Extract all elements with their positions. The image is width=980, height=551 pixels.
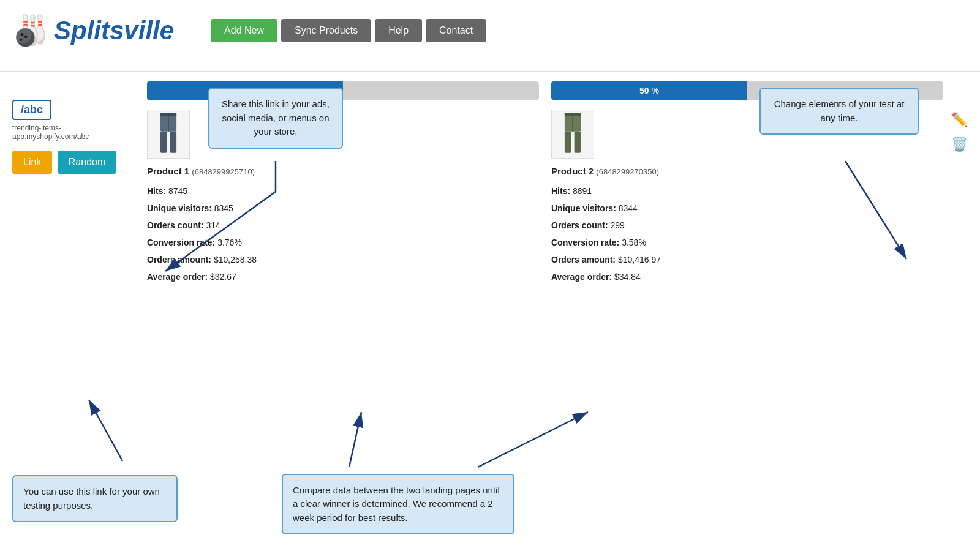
logo-text: Splitsville [54,16,174,45]
product-1-column: 50 % Product 1 (6848299925710) Hits: 874… [147,81,539,285]
left-panel: /abc trending-items-app.myshopify.com/ab… [12,100,135,174]
product-1-title: Product 1 (6848299925710) [147,166,539,176]
header: 🎳 Splitsville Add New Sync Products Help… [0,0,980,61]
svg-rect-4 [160,113,176,116]
abc-badge: /abc [12,100,51,120]
nav-buttons: Add New Sync Products Help Contact [211,19,486,42]
product-2-title: Product 2 (6848299270350) [551,166,943,176]
main-content: /abc trending-items-app.myshopify.com/ab… [0,81,980,547]
callout-change-elements: Change elements of your test at any time… [760,88,919,135]
add-new-button[interactable]: Add New [211,19,277,42]
logo-area: 🎳 Splitsville [12,13,174,48]
product-1-jeans-svg [153,113,184,156]
product-2-jeans-svg [557,113,588,156]
url-text: trending-items-app.myshopify.com/abc [12,124,135,141]
contact-button[interactable]: Contact [426,19,486,42]
svg-rect-6 [565,132,571,153]
product-1-stats: Hits: 8745 Unique visitors: 8345 Orders … [147,182,539,285]
sync-products-button[interactable]: Sync Products [281,19,371,42]
link-button[interactable]: Link [12,151,52,174]
random-button[interactable]: Random [58,151,116,174]
callout-share-link: Share this link in your ads, social medi… [208,88,343,149]
product-2-stats: Hits: 8891 Unique visitors: 8344 Orders … [551,182,943,285]
svg-rect-7 [575,132,581,153]
svg-rect-9 [565,113,581,116]
edit-icon[interactable]: ✏️ [951,112,968,128]
help-button[interactable]: Help [375,19,422,42]
svg-rect-1 [160,132,167,153]
product-2-progress-fill: 50 % [551,81,747,100]
callout-testing-link: You can use this link for your own testi… [12,475,178,522]
header-divider [0,71,980,72]
right-icons: ✏️ 🗑️ [951,112,968,152]
product-1-progress-bar: 50 % [147,81,539,100]
callout-compare-data: Compare data between the two landing pag… [282,474,514,535]
product-1-image [147,110,190,159]
bowling-icon: 🎳 [12,13,49,48]
svg-rect-2 [170,132,177,153]
product-2-image [551,110,594,159]
delete-icon[interactable]: 🗑️ [951,137,968,152]
